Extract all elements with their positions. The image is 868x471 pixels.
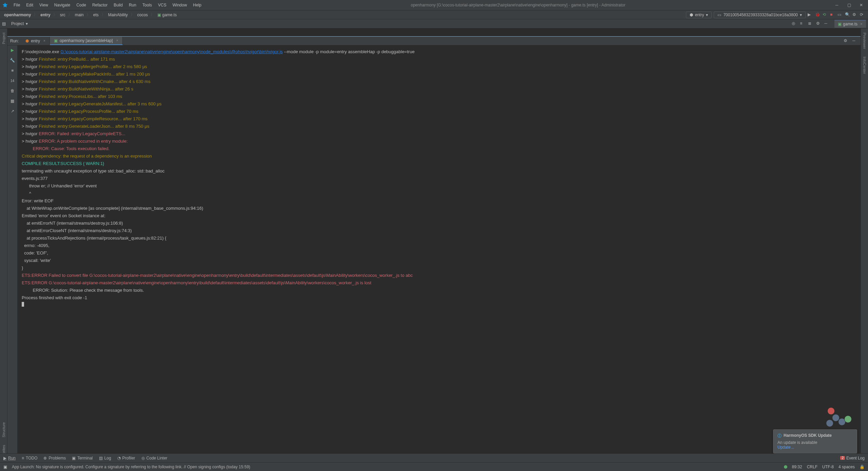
menu-tools[interactable]: Tools — [140, 1, 155, 9]
toast-title: HarmonyOS SDK Update — [784, 433, 832, 439]
breadcrumb-segment[interactable]: cocos — [136, 12, 149, 18]
close-icon[interactable]: × — [860, 22, 863, 26]
project-view-combo[interactable]: Project ▾ — [8, 21, 31, 27]
breadcrumb-segment[interactable]: ets — [92, 12, 100, 18]
console-gutter: ▶ 🔧 ■ 14 🗑 ▦ ↗ — [7, 45, 18, 453]
minimize-button[interactable]: ─ — [832, 2, 842, 8]
menu-vcs[interactable]: VCS — [155, 1, 169, 9]
device-combo[interactable]: ▭ 70010054583239333328a01bce18a3800 ▾ — [714, 12, 806, 18]
run-icon[interactable]: ▶ — [808, 12, 813, 18]
down-arrow-icon[interactable]: 14 — [10, 78, 15, 83]
console-output[interactable]: F:\nodejs\node.exe G:\cocos-tutorial-air… — [18, 45, 861, 453]
sidebar-toggle-icon[interactable]: ▤ — [2, 21, 6, 26]
expand-icon[interactable]: ≡ — [800, 21, 805, 26]
menu-navigate[interactable]: Navigate — [52, 1, 73, 9]
menu-run[interactable]: Run — [126, 1, 139, 9]
menu-build[interactable]: Build — [111, 1, 125, 9]
wrench-icon[interactable]: 🔧 — [10, 58, 15, 63]
run-tab-entry[interactable]: ⬢ entry × — [21, 37, 50, 45]
chevron-down-icon: ▾ — [800, 13, 802, 17]
chevron-right-icon: 〉 — [33, 12, 38, 18]
bottom-profiler-label: Profiler — [122, 456, 135, 460]
breadcrumb-segment[interactable]: ▣ game.ts — [156, 12, 178, 18]
menu-help[interactable]: Help — [190, 1, 204, 9]
menu-edit[interactable]: Edit — [23, 1, 36, 9]
folder-icon[interactable]: ▭ — [837, 12, 843, 18]
menu-refactor[interactable]: Refactor — [90, 1, 110, 9]
bottom-linter[interactable]: ◎Code Linter — [141, 456, 167, 460]
debug-icon[interactable]: 🐞 — [815, 12, 821, 18]
terminal-icon: ▣ — [72, 456, 76, 460]
menu-code[interactable]: Code — [74, 1, 89, 9]
bottom-run[interactable]: ▶Run — [3, 456, 16, 460]
menu-window[interactable]: Window — [170, 1, 190, 9]
close-button[interactable]: ✕ — [856, 2, 866, 8]
log-icon: ▤ — [99, 456, 103, 460]
gear-icon[interactable]: ⚙ — [816, 21, 822, 26]
hide-icon[interactable]: ─ — [852, 38, 858, 44]
sidebar-tab-previewer[interactable]: Previewer — [863, 30, 867, 51]
run-config-combo[interactable]: ⬢ entry ▾ — [686, 12, 712, 18]
collapse-icon[interactable]: ≣ — [808, 21, 813, 26]
breadcrumb-segment[interactable]: openharmony — [3, 12, 32, 18]
bottom-terminal[interactable]: ▣Terminal — [72, 456, 93, 460]
breadcrumb-segment[interactable]: src — [59, 12, 67, 18]
chevron-down-icon: ▾ — [26, 21, 28, 26]
sdk-update-toast: ⓘ HarmonyOS SDK Update An update is avai… — [773, 429, 857, 453]
sidebar-tab-structure[interactable]: Structure — [2, 420, 6, 439]
device-icon: ▭ — [717, 13, 721, 17]
bottom-log[interactable]: ▤Log — [99, 456, 111, 460]
toast-update-link[interactable]: Update... — [777, 445, 853, 450]
bottom-problems[interactable]: ⊗Problems — [43, 456, 66, 460]
todo-icon: ≡ — [22, 456, 24, 460]
breadcrumb-segment[interactable]: entry — [39, 12, 52, 18]
status-bar: ▣ App Launch: No signature is configured… — [0, 462, 868, 471]
cursor — [22, 302, 24, 307]
readonly-lock-icon[interactable]: 🔒 — [860, 465, 865, 469]
bottom-problems-label: Problems — [48, 456, 66, 460]
indent-setting[interactable]: 4 spaces — [839, 465, 855, 469]
stop-icon[interactable]: ■ — [830, 12, 835, 18]
stop-icon[interactable]: ■ — [10, 68, 15, 73]
attach-icon[interactable]: ⟲ — [823, 12, 828, 18]
updates-icon[interactable]: ⟳ — [860, 12, 865, 18]
chevron-right-icon: 〉 — [130, 12, 135, 18]
maximize-button[interactable]: ▢ — [844, 2, 854, 8]
bottom-todo-label: TODO — [26, 456, 37, 460]
trash-icon[interactable]: 🗑 — [10, 88, 15, 94]
editor-tab-game[interactable]: ▣ game.ts × — [834, 20, 866, 28]
settings-icon[interactable]: ⚙ — [852, 12, 858, 18]
hide-icon[interactable]: ─ — [824, 21, 830, 26]
chevron-right-icon: 〉 — [150, 12, 155, 18]
sidebar-tab-infocenter[interactable]: InfoCenter — [863, 55, 867, 76]
sidebar-tab-project[interactable]: Project — [2, 30, 6, 46]
file-encoding[interactable]: UTF-8 — [822, 465, 834, 469]
menu-file[interactable]: File — [11, 1, 23, 9]
run-tab-assemble-label: openharmony [assembleHap] — [60, 38, 113, 43]
layout-icon[interactable]: ▦ — [10, 98, 15, 104]
cursor-position[interactable]: 89:32 — [792, 465, 802, 469]
pin-icon[interactable]: ↗ — [10, 108, 15, 114]
search-icon[interactable]: 🔍 — [845, 12, 850, 18]
target-icon[interactable]: ◎ — [792, 21, 797, 26]
bottom-todo[interactable]: ≡TODO — [22, 456, 37, 460]
breadcrumb-segment[interactable]: MainAbility — [107, 12, 129, 18]
run-tab-assemble[interactable]: ▣ openharmony [assembleHap] × — [50, 37, 123, 45]
gradle-icon: ▣ — [54, 38, 58, 43]
breadcrumb-segment[interactable]: main — [74, 12, 85, 18]
event-log-button[interactable]: 2 Event Log — [840, 456, 865, 460]
editor-tab-label: game.ts — [843, 22, 857, 26]
bottom-profiler[interactable]: ◔Profiler — [117, 456, 135, 460]
close-icon[interactable]: × — [43, 39, 45, 43]
window-controls: ─ ▢ ✕ — [832, 2, 866, 8]
notification-icon[interactable]: ▣ — [3, 465, 7, 469]
profiler-icon: ◔ — [117, 456, 121, 460]
close-icon[interactable]: × — [116, 39, 118, 42]
line-separator[interactable]: CRLF — [807, 465, 817, 469]
gear-icon[interactable]: ⚙ — [844, 38, 849, 44]
device-label: 70010054583239333328a01bce18a3800 — [723, 13, 798, 17]
left-tool-sidebar: Project Structure Favorites — [0, 28, 7, 462]
menu-view[interactable]: View — [37, 1, 51, 9]
rerun-icon[interactable]: ▶ — [10, 47, 15, 53]
run-label: Run: — [10, 39, 19, 43]
